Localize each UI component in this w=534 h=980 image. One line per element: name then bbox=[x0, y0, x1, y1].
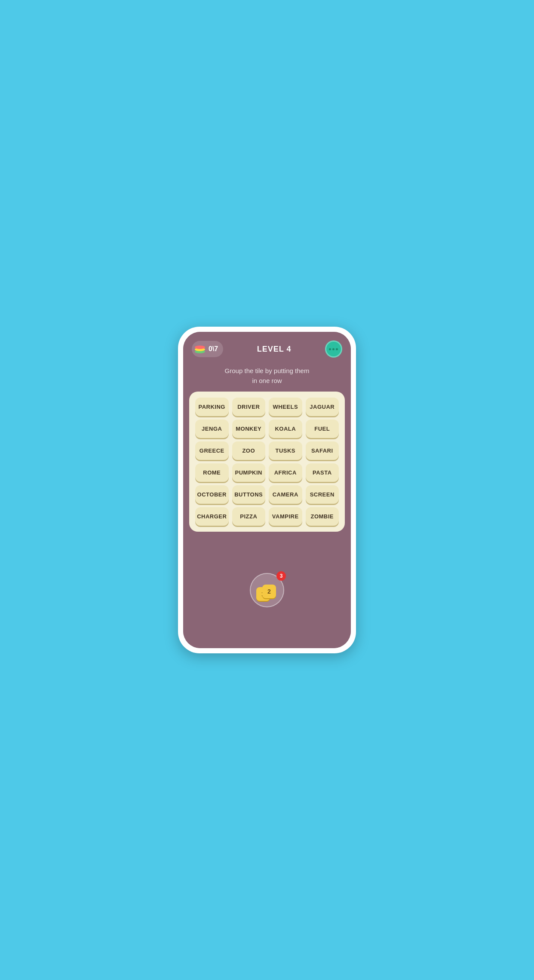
dot-1 bbox=[329, 348, 331, 350]
tile[interactable]: JENGA bbox=[195, 420, 229, 438]
notification-badge: 3 bbox=[276, 571, 286, 581]
score-display: 0\7 bbox=[209, 345, 218, 353]
bottom-area: 1 2 3 bbox=[183, 532, 351, 648]
tile[interactable]: CAMERA bbox=[269, 485, 302, 504]
tile[interactable]: AFRICA bbox=[269, 463, 302, 482]
tile[interactable]: BUTTONS bbox=[232, 485, 266, 504]
tile[interactable]: OCTOBER bbox=[195, 485, 229, 504]
level-title: LEVEL 4 bbox=[257, 345, 292, 354]
instruction-text: Group the tile by putting them in one ro… bbox=[183, 364, 351, 392]
tile[interactable]: MONKEY bbox=[232, 420, 266, 438]
tile[interactable]: ROME bbox=[195, 463, 229, 482]
tile[interactable]: PARKING bbox=[195, 398, 229, 416]
tile[interactable]: SAFARI bbox=[306, 441, 339, 460]
tile[interactable]: KOALA bbox=[269, 420, 302, 438]
tile[interactable]: GREECE bbox=[195, 441, 229, 460]
tile[interactable]: PASTA bbox=[306, 463, 339, 482]
tile[interactable]: FUEL bbox=[306, 420, 339, 438]
tile[interactable]: DRIVER bbox=[232, 398, 266, 416]
tile[interactable]: TUSKS bbox=[269, 441, 302, 460]
tile[interactable]: WHEELS bbox=[269, 398, 302, 416]
tile[interactable]: ZOO bbox=[232, 441, 266, 460]
counter-badge: 1 2 3 bbox=[250, 573, 284, 607]
tiles-stack: 1 2 bbox=[256, 579, 278, 601]
tile[interactable]: JAGUAR bbox=[306, 398, 339, 416]
svg-point-2 bbox=[195, 346, 205, 349]
phone-screen: 0\7 LEVEL 4 Group the tile by putting th… bbox=[183, 332, 351, 648]
tile[interactable]: CHARGER bbox=[195, 507, 229, 526]
tile[interactable]: PIZZA bbox=[232, 507, 266, 526]
phone-frame: 0\7 LEVEL 4 Group the tile by putting th… bbox=[178, 327, 356, 653]
tile[interactable]: PUMPKIN bbox=[232, 463, 266, 482]
mini-tile-2: 2 bbox=[262, 585, 276, 598]
tile[interactable]: VAMPIRE bbox=[269, 507, 302, 526]
header: 0\7 LEVEL 4 bbox=[183, 332, 351, 364]
menu-dots bbox=[329, 348, 338, 350]
score-badge: 0\7 bbox=[192, 341, 223, 357]
dot-3 bbox=[336, 348, 338, 350]
layers-icon bbox=[194, 343, 206, 355]
tile[interactable]: ZOMBIE bbox=[306, 507, 339, 526]
dot-2 bbox=[332, 348, 335, 350]
game-board: PARKINGDRIVERWHEELSJAGUARJENGAMONKEYKOAL… bbox=[189, 392, 345, 532]
menu-button[interactable] bbox=[325, 340, 342, 358]
tile[interactable]: SCREEN bbox=[306, 485, 339, 504]
